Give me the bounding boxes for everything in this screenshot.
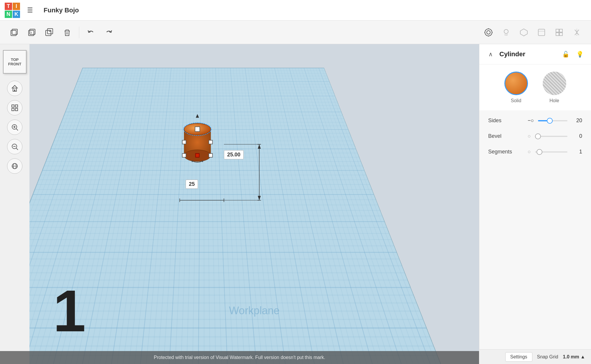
segments-label: Segments	[488, 149, 526, 155]
svg-rect-33	[12, 108, 14, 111]
inspect-button[interactable]	[480, 24, 497, 41]
header: T I N K ☰ Funky Bojo	[0, 0, 591, 21]
svg-rect-27	[559, 33, 562, 36]
svg-rect-54	[209, 140, 213, 144]
sides-slider-area: −○ 20	[526, 116, 582, 125]
svg-rect-51	[195, 127, 200, 131]
canvas-area[interactable]: Workplane 1	[29, 44, 479, 364]
watermark-bar: Protected with trial version of Visual W…	[0, 351, 479, 364]
shape-type-selector: Solid Hole	[479, 64, 591, 110]
separator-1	[79, 27, 79, 38]
svg-rect-1	[12, 29, 17, 34]
shape-button-2[interactable]	[533, 24, 550, 41]
hole-shape-option[interactable]: Hole	[543, 72, 566, 103]
svg-rect-24	[556, 29, 559, 32]
svg-rect-56	[196, 153, 199, 157]
hole-label: Hole	[549, 98, 559, 103]
svg-rect-34	[15, 108, 18, 111]
left-sidebar: TOP FRONT	[0, 44, 29, 364]
segments-thumb	[536, 149, 542, 155]
copy-button[interactable]	[6, 24, 22, 41]
svg-line-38	[16, 129, 18, 130]
sides-row: Sides −○ 20	[488, 116, 582, 125]
view-cube-top-label: TOP	[11, 57, 19, 62]
svg-rect-3	[30, 29, 35, 34]
fit-view-button[interactable]	[7, 100, 22, 115]
settings-button[interactable]: Settings	[505, 352, 532, 362]
panel-title: Cylinder	[499, 50, 557, 58]
panel-lock-button[interactable]: 🔓	[560, 49, 571, 59]
redo-button[interactable]	[100, 24, 117, 41]
svg-rect-6	[47, 29, 53, 34]
solid-shape-option[interactable]: Solid	[504, 72, 528, 103]
duplicate-button[interactable]	[41, 24, 58, 41]
snap-grid-label: Snap Grid	[537, 354, 558, 360]
panel-bottom-bar: Settings Snap Grid 1.0 mm ▲	[479, 349, 591, 364]
paste-button[interactable]	[24, 24, 40, 41]
home-view-button[interactable]	[7, 81, 22, 96]
bevel-slider-area: ○ 0	[526, 132, 582, 140]
right-panel: ∧ Cylinder 🔓 💡 Solid Hole Sides −○	[479, 44, 591, 364]
logo-t: T	[5, 3, 12, 10]
sides-value: 20	[570, 118, 582, 124]
zoom-in-button[interactable]	[7, 120, 22, 135]
logo-i: I	[13, 3, 20, 10]
hole-shape-circle[interactable]	[543, 72, 566, 95]
align-button[interactable]	[551, 24, 567, 41]
sides-minus-icon[interactable]: −○	[526, 116, 535, 125]
svg-point-11	[485, 29, 492, 36]
panel-header: ∧ Cylinder 🔓 💡	[479, 44, 591, 64]
bevel-label: Bevel	[488, 133, 526, 139]
watermark-text: Protected with trial version of Visual W…	[154, 355, 325, 360]
segments-slider-area: ○ 1	[526, 148, 582, 156]
main-area: TOP FRONT Workplane 1	[0, 44, 591, 364]
menu-icon[interactable]: ☰	[25, 4, 35, 16]
panel-collapse-button[interactable]: ∧	[485, 49, 496, 59]
segments-slider[interactable]	[535, 151, 567, 153]
svg-marker-21	[520, 29, 527, 36]
bevel-row: Bevel ○ 0	[488, 132, 582, 140]
light-toggle-button[interactable]	[498, 24, 514, 41]
svg-rect-8	[66, 30, 69, 31]
cylinder-svg	[174, 112, 221, 165]
logo-k: K	[13, 11, 20, 18]
svg-rect-53	[182, 153, 186, 157]
segments-value: 1	[570, 149, 582, 155]
app-logo: T I N K	[5, 3, 20, 18]
bevel-slider[interactable]	[535, 136, 567, 137]
view-cube-front-label: FRONT	[8, 62, 22, 66]
zoom-out-button[interactable]	[7, 139, 22, 154]
shape-button-1[interactable]	[516, 24, 532, 41]
toolbar-right	[480, 24, 585, 41]
svg-rect-0	[11, 30, 16, 36]
snap-grid-value[interactable]: 1.0 mm ▲	[563, 354, 585, 360]
sides-thumb	[547, 118, 553, 124]
svg-marker-50	[196, 114, 199, 118]
bevel-value: 0	[570, 133, 582, 139]
svg-rect-25	[559, 29, 562, 32]
svg-rect-52	[182, 140, 186, 144]
perspective-button[interactable]	[7, 158, 22, 174]
project-title: Funky Bojo	[44, 6, 79, 14]
svg-rect-30	[14, 90, 15, 91]
svg-point-12	[487, 31, 490, 34]
dimension-height-label: 25.00	[224, 150, 244, 159]
svg-rect-32	[15, 105, 18, 107]
svg-line-41	[16, 148, 18, 150]
svg-rect-55	[209, 153, 213, 157]
cylinder-object[interactable]	[174, 112, 221, 165]
sides-slider[interactable]	[538, 120, 567, 121]
bevel-thumb	[535, 133, 541, 139]
view-cube-face[interactable]: TOP FRONT	[3, 50, 27, 74]
dimension-width-label: 25	[186, 180, 198, 189]
solid-shape-circle[interactable]	[504, 72, 528, 95]
svg-point-17	[504, 29, 508, 34]
undo-button[interactable]	[83, 24, 99, 41]
panel-light-button[interactable]: 💡	[575, 49, 585, 59]
view-cube[interactable]: TOP FRONT	[3, 50, 27, 74]
svg-rect-22	[538, 29, 545, 36]
mirror-button[interactable]	[569, 24, 585, 41]
bevel-circle-icon: ○	[526, 132, 532, 140]
sides-label: Sides	[488, 118, 526, 124]
delete-button[interactable]	[59, 24, 75, 41]
